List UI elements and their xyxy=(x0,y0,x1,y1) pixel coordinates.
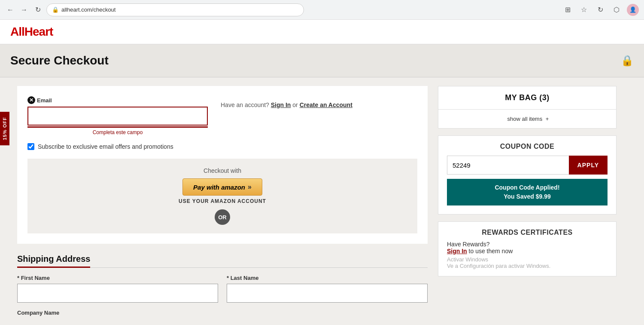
bookmark-icon[interactable]: ☆ xyxy=(578,4,590,16)
use-amazon-text: USE YOUR AMAZON ACCOUNT xyxy=(36,198,409,204)
coupon-title: COUPON CODE xyxy=(447,143,608,150)
apply-coupon-button[interactable]: APPLY xyxy=(569,156,608,175)
email-error-message: Completa este campo xyxy=(27,129,208,135)
account-prompt: Have an account? Sign In or Create an Ac… xyxy=(221,96,352,108)
amazon-btn-text: Pay with amazon xyxy=(193,184,245,191)
email-error-line xyxy=(27,126,208,128)
forward-button[interactable]: → xyxy=(19,5,29,15)
page-body: 15% OFF ✕ Email Completa este campo Have… xyxy=(0,77,644,325)
extensions-icon[interactable]: ⬡ xyxy=(611,4,623,16)
amazon-pay-button[interactable]: Pay with amazon » xyxy=(182,178,262,196)
translate-icon[interactable]: ⊞ xyxy=(562,4,574,16)
coupon-success-bar: Coupon Code Applied! You Saved $9.99 xyxy=(447,179,608,205)
rewards-sign-in-link[interactable]: Sign In xyxy=(447,248,467,254)
amazon-arrows-icon: » xyxy=(248,183,252,191)
bag-title: MY BAG (3) xyxy=(505,93,550,102)
page-header: AllHeart xyxy=(0,20,644,44)
right-sidebar: MY BAG (3) show all items + COUPON CODE … xyxy=(438,77,627,325)
company-row: Company Name xyxy=(17,310,428,319)
coupon-section: COUPON CODE APPLY Coupon Code Applied! Y… xyxy=(438,136,616,214)
rewards-section: REWARDS CERTIFICATES Have Rewards? Sign … xyxy=(438,222,616,276)
first-name-label: * First Name xyxy=(17,275,218,281)
shipping-section: Shipping Address * First Name * Last Nam… xyxy=(17,254,428,319)
rewards-card: REWARDS CERTIFICATES Have Rewards? Sign … xyxy=(438,221,617,276)
sign-in-link[interactable]: Sign In xyxy=(271,101,291,108)
browser-toolbar-right: ⊞ ☆ ↻ ⬡ 👤 xyxy=(562,4,639,16)
email-row: ✕ Email Completa este campo Have an acco… xyxy=(27,96,417,135)
coupon-success-line2: You Saved $9.99 xyxy=(453,192,601,201)
bag-card-body: show all items + xyxy=(438,110,616,128)
rewards-text: Have Rewards? Sign In to use them now xyxy=(447,241,608,254)
section-title-bar: Shipping Address xyxy=(17,254,428,268)
email-input[interactable] xyxy=(27,107,208,126)
company-name-group: Company Name xyxy=(17,310,428,319)
refresh-button[interactable]: ↻ xyxy=(33,5,43,15)
first-name-group: * First Name xyxy=(17,275,218,303)
user-avatar[interactable]: 👤 xyxy=(627,4,639,16)
coupon-card: COUPON CODE APPLY Coupon Code Applied! Y… xyxy=(438,135,617,215)
error-icon: ✕ xyxy=(27,96,35,104)
main-content: ✕ Email Completa este campo Have an acco… xyxy=(0,77,438,325)
bag-card-header: MY BAG (3) xyxy=(438,86,616,110)
last-name-input[interactable] xyxy=(227,284,428,303)
plus-icon: + xyxy=(546,116,549,122)
address-bar[interactable]: 🔒 allheart.com/checkout xyxy=(46,3,304,16)
shipping-title: Shipping Address xyxy=(17,254,90,268)
last-name-group: * Last Name xyxy=(227,275,428,303)
subscribe-row: Subscribe to exclusive email offers and … xyxy=(27,143,417,150)
rewards-title: REWARDS CERTIFICATES xyxy=(447,229,608,236)
email-label: ✕ Email xyxy=(27,96,208,104)
amazon-section: Checkout with Pay with amazon » USE YOUR… xyxy=(27,159,417,233)
or-circle: OR xyxy=(215,209,230,225)
browser-chrome: ← → ↻ 🔒 allheart.com/checkout ⊞ ☆ ↻ ⬡ 👤 xyxy=(0,0,644,20)
url-text: allheart.com/checkout xyxy=(61,6,115,13)
coupon-input-row: APPLY xyxy=(447,156,608,175)
subscribe-label[interactable]: Subscribe to exclusive email offers and … xyxy=(38,143,173,150)
bag-card: MY BAG (3) show all items + xyxy=(438,86,617,129)
back-button[interactable]: ← xyxy=(5,5,15,15)
coupon-input[interactable] xyxy=(447,156,569,175)
coupon-success-line1: Coupon Code Applied! xyxy=(453,183,601,192)
company-name-label: Company Name xyxy=(17,310,428,316)
last-name-label: * Last Name xyxy=(227,275,428,281)
brand-logo: AllHeart xyxy=(10,25,634,39)
name-row: * First Name * Last Name xyxy=(17,275,428,303)
sync-icon[interactable]: ↻ xyxy=(594,4,606,16)
first-name-input[interactable] xyxy=(17,284,218,303)
create-account-link[interactable]: Create an Account xyxy=(300,101,352,108)
subscribe-checkbox[interactable] xyxy=(27,143,34,150)
email-section: ✕ Email Completa este campo Have an acco… xyxy=(17,86,428,244)
show-all-items-btn[interactable]: show all items + xyxy=(447,116,608,122)
checkout-banner: Secure Checkout 🔒 xyxy=(0,44,644,77)
email-field-wrapper: ✕ Email Completa este campo xyxy=(27,96,208,135)
off-banner: 15% OFF xyxy=(0,112,9,145)
lock-icon: 🔒 xyxy=(621,55,634,67)
email-label-text: Email xyxy=(37,97,52,104)
checkout-with-text: Checkout with xyxy=(36,167,409,174)
page-title: Secure Checkout xyxy=(10,54,109,67)
activar-watermark: Activar Windows Ve a Configuración para … xyxy=(447,256,608,269)
